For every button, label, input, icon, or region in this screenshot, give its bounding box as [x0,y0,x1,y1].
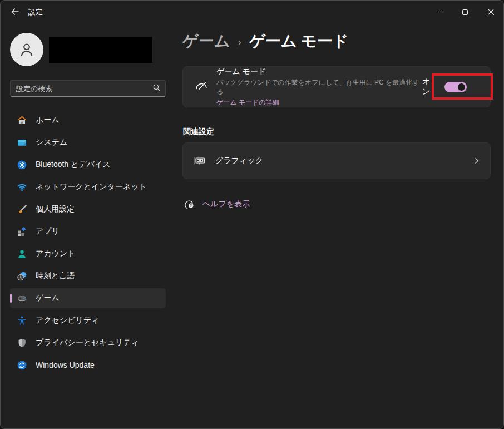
system-icon [17,137,27,148]
sidebar-item-label: アクセシビリティ [36,315,100,326]
accessibility-icon [17,315,27,326]
personalization-icon [17,204,27,215]
main-content: ゲーム › ゲーム モード ゲーム モード バックグラウンドでの作業をオフにして… [182,24,491,428]
titlebar: 設定 [1,1,503,24]
game-mode-description: バックグラウンドでの作業をオフにして、再生用に PC を最適化する [216,78,422,97]
minimize-icon [437,8,443,17]
toggle-state-label: オン [422,77,437,97]
sidebar-item-system[interactable]: システム [10,132,166,152]
search-box [10,80,166,97]
redacted-user-name [49,37,152,63]
apps-icon [17,226,27,237]
search-icon [152,83,161,94]
maximize-icon [462,9,468,15]
chevron-right-icon [473,157,480,164]
show-help-link[interactable]: ヘルプを表示 [202,199,250,209]
sidebar-item-windows-update[interactable]: Windows Update [10,355,166,375]
window-controls [427,1,503,24]
sidebar-item-label: Bluetooth とデバイス [36,160,111,170]
privacy-icon [17,338,27,348]
sidebar-item-label: アプリ [36,226,60,236]
user-profile[interactable] [10,33,152,66]
game-mode-toggle[interactable] [444,82,467,92]
sidebar-item-label: 時刻と言語 [36,271,75,281]
toggle-knob [458,83,465,91]
graphics-label: グラフィック [215,156,263,166]
help-icon: ? [183,198,195,210]
page-title: ゲーム モード [249,31,348,52]
game-mode-toggle-area: オン [422,77,479,97]
sidebar-item-gaming[interactable]: ゲーム [10,288,166,308]
close-icon [488,8,494,17]
game-mode-gauge-icon [194,80,209,94]
sidebar-item-label: ホーム [36,115,60,125]
sidebar-item-label: プライバシーとセキュリティ [36,338,139,348]
maximize-button[interactable] [452,1,478,24]
minimize-button[interactable] [427,1,452,24]
bluetooth-icon [17,160,27,170]
help-row: ? ヘルプを表示 [183,198,250,210]
sidebar-item-label: 個人用設定 [36,204,75,214]
sidebar-item-bluetooth[interactable]: Bluetooth とデバイス [10,155,166,175]
breadcrumb-parent[interactable]: ゲーム [182,31,230,52]
game-mode-card: ゲーム モード バックグラウンドでの作業をオフにして、再生用に PC を最適化す… [182,66,491,107]
sidebar-item-privacy[interactable]: プライバシーとセキュリティ [10,333,166,353]
time-language-icon [17,271,27,282]
sidebar-item-home[interactable]: ホーム [10,110,166,130]
related-settings-header: 関連設定 [183,127,214,137]
game-mode-title: ゲーム モード [216,67,422,77]
sidebar-item-accounts[interactable]: アカウント [10,244,166,264]
sidebar-item-label: アカウント [36,249,76,259]
sidebar-item-label: Windows Update [36,361,95,369]
windows-update-icon [17,360,27,371]
breadcrumb: ゲーム › ゲーム モード [182,31,348,52]
settings-window: 設定 [0,0,504,429]
sidebar-item-label: システム [36,137,67,147]
back-arrow-icon [11,7,19,18]
gpu-icon [193,154,206,167]
app-title: 設定 [28,7,43,17]
back-button[interactable] [6,4,24,20]
sidebar-item-time-language[interactable]: 時刻と言語 [10,266,166,286]
sidebar-item-apps[interactable]: アプリ [10,221,166,241]
search-input[interactable] [16,85,152,93]
graphics-settings-row[interactable]: グラフィック [182,142,491,179]
game-mode-text: ゲーム モード バックグラウンドでの作業をオフにして、再生用に PC を最適化す… [216,67,422,107]
sidebar-item-personalization[interactable]: 個人用設定 [10,199,166,219]
gaming-icon [17,293,27,304]
close-button[interactable] [478,1,503,24]
game-mode-details-link[interactable]: ゲーム モードの詳細 [216,98,279,107]
accounts-icon [17,249,27,259]
sidebar-nav: ホーム システム Bluetooth とデバイス ネットワークとインターネット [10,110,166,375]
svg-text:?: ? [190,204,192,208]
sidebar-item-accessibility[interactable]: アクセシビリティ [10,310,166,331]
avatar [10,33,43,66]
sidebar: ホーム システム Bluetooth とデバイス ネットワークとインターネット [1,24,173,428]
sidebar-item-label: ゲーム [36,293,60,303]
sidebar-item-label: ネットワークとインターネット [36,182,147,192]
network-icon [17,182,27,193]
home-icon [17,115,27,126]
sidebar-item-network[interactable]: ネットワークとインターネット [10,177,166,197]
breadcrumb-separator-icon: › [238,36,241,48]
selected-accent-bar [10,294,12,303]
